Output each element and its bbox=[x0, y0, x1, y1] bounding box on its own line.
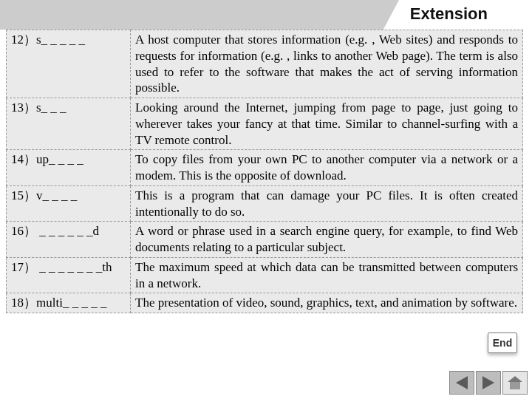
term-cell: 15）v_ _ _ _ bbox=[7, 185, 131, 222]
home-button[interactable] bbox=[502, 371, 528, 395]
definition-cell: The presentation of video, sound, graphi… bbox=[131, 293, 523, 313]
term-cell: 13）s_ _ _ bbox=[7, 98, 131, 150]
table-row: 17） _ _ _ _ _ _ _thThe maximum speed at … bbox=[7, 257, 523, 293]
definition-cell: The maximum speed at which data can be t… bbox=[131, 257, 523, 293]
table-row: 13）s_ _ _Looking around the Internet, ju… bbox=[7, 98, 523, 150]
table-row: 12）s_ _ _ _ _A host computer that stores… bbox=[7, 30, 523, 98]
term-cell: 12）s_ _ _ _ _ bbox=[7, 30, 131, 98]
end-button[interactable]: End bbox=[488, 332, 517, 353]
table-row: 18）multi_ _ _ _ _The presentation of vid… bbox=[7, 293, 523, 313]
end-button-label: End bbox=[493, 337, 512, 349]
table-row: 15）v_ _ _ _This is a program that can da… bbox=[7, 185, 523, 222]
triangle-right-icon bbox=[482, 376, 494, 389]
definition-cell: Looking around the Internet, jumping fro… bbox=[131, 98, 523, 150]
vocab-table: 12）s_ _ _ _ _A host computer that stores… bbox=[6, 30, 523, 313]
page-title: Extension bbox=[410, 4, 488, 24]
home-icon bbox=[508, 376, 522, 389]
term-cell: 14）up_ _ _ _ bbox=[7, 150, 131, 186]
triangle-left-icon bbox=[456, 376, 468, 389]
term-cell: 17） _ _ _ _ _ _ _th bbox=[7, 257, 131, 293]
definition-cell: This is a program that can damage your P… bbox=[131, 185, 523, 222]
nav-controls bbox=[449, 371, 528, 395]
term-cell: 16） _ _ _ _ _ _d bbox=[7, 222, 131, 258]
definition-cell: A host computer that stores information … bbox=[131, 30, 523, 98]
prev-button[interactable] bbox=[449, 371, 474, 395]
vocab-tbody: 12）s_ _ _ _ _A host computer that stores… bbox=[7, 30, 523, 313]
definition-cell: To copy files from your own PC to anothe… bbox=[131, 150, 523, 186]
table-row: 14）up_ _ _ _To copy files from your own … bbox=[7, 150, 523, 186]
definition-cell: A word or phrase used in a search engine… bbox=[131, 222, 523, 258]
term-cell: 18）multi_ _ _ _ _ bbox=[7, 293, 131, 313]
table-row: 16） _ _ _ _ _ _dA word or phrase used in… bbox=[7, 222, 523, 258]
header-banner bbox=[0, 0, 415, 30]
next-button[interactable] bbox=[476, 371, 501, 395]
